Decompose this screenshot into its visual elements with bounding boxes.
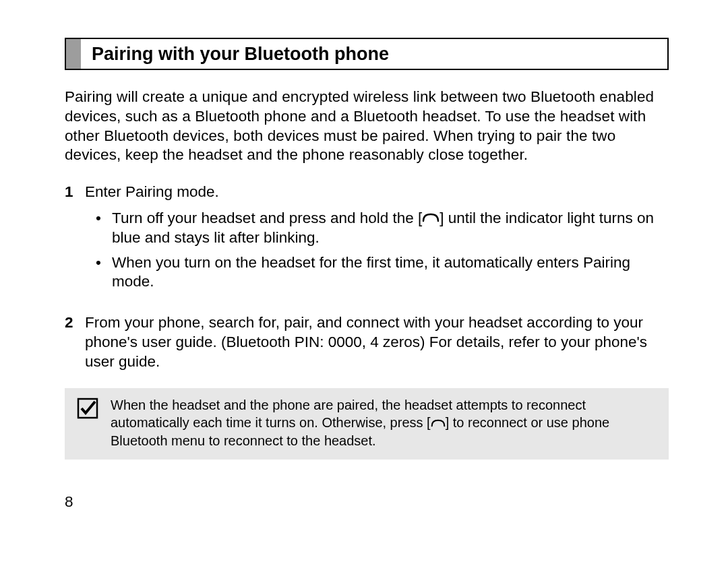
sub-text-pre: Turn off your headset and press and hold… (112, 210, 422, 226)
step-text: Enter Pairing mode. (85, 183, 219, 200)
step-number: 2 (65, 313, 74, 371)
step-body: Enter Pairing mode. Turn off your headse… (85, 183, 669, 297)
intro-paragraph: Pairing will create a unique and encrypt… (65, 88, 669, 165)
sub-item: When you turn on the headset for the fir… (85, 253, 669, 292)
note-text: When the headset and the phone are paire… (111, 396, 658, 450)
sub-list: Turn off your headset and press and hold… (85, 209, 669, 292)
manual-page: Pairing with your Bluetooth phone Pairin… (0, 0, 728, 511)
page-number: 8 (65, 493, 669, 511)
step-text: From your phone, search for, pair, and c… (85, 314, 647, 370)
sub-item: Turn off your headset and press and hold… (85, 209, 669, 248)
heading-tab (66, 39, 81, 69)
step-item: 2 From your phone, search for, pair, and… (65, 313, 669, 371)
turnkey-icon (431, 414, 446, 432)
step-body: From your phone, search for, pair, and c… (85, 313, 669, 371)
section-heading: Pairing with your Bluetooth phone (81, 39, 389, 69)
check-icon (77, 398, 98, 450)
step-number: 1 (65, 183, 74, 297)
step-item: 1 Enter Pairing mode. Turn off your head… (65, 183, 669, 297)
section-heading-bar: Pairing with your Bluetooth phone (65, 38, 669, 70)
note-box: When the headset and the phone are paire… (65, 388, 669, 460)
steps-list: 1 Enter Pairing mode. Turn off your head… (65, 183, 669, 371)
turnkey-icon (422, 208, 439, 228)
sub-text: When you turn on the headset for the fir… (112, 254, 630, 290)
